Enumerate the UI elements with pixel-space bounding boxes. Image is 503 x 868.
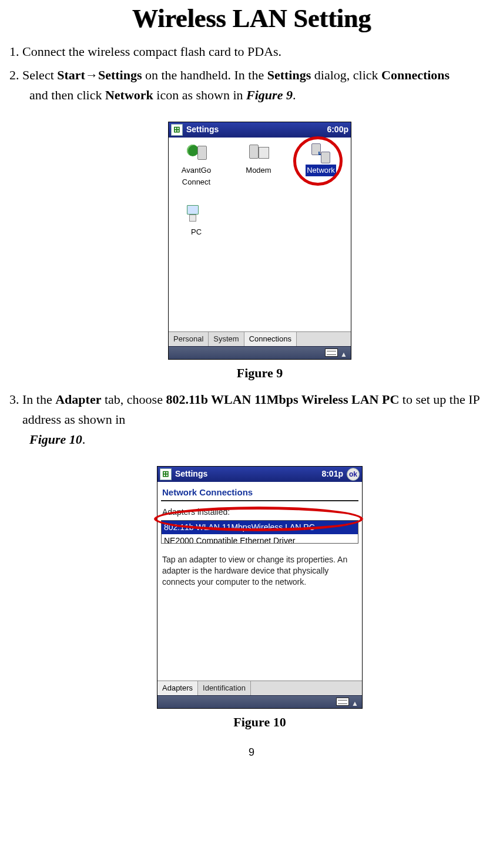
- arrow-icon: →: [85, 68, 98, 82]
- device-footer: ▲: [157, 695, 362, 708]
- titlebar-title: Settings: [175, 468, 207, 481]
- ok-button[interactable]: ok: [347, 468, 360, 481]
- s2-g: and then click: [29, 88, 105, 102]
- titlebar: ⊞ Settings 6:00p: [169, 122, 351, 138]
- up-arrow-icon[interactable]: ▲: [340, 349, 347, 360]
- s2-connections: Connections: [381, 68, 450, 82]
- s2-start: Start: [57, 68, 85, 82]
- s2-network: Network: [105, 88, 153, 102]
- s2-e: dialog, click: [311, 68, 381, 82]
- icon-network[interactable]: Network: [298, 143, 344, 188]
- modem-icon: [247, 143, 270, 163]
- list-item[interactable]: 802.11b WLAN 11MbpsWireless LAN PC: [162, 521, 358, 535]
- s3-c: tab, choose: [101, 392, 166, 407]
- titlebar-title: Settings: [186, 123, 219, 136]
- tab-filler: [297, 332, 351, 346]
- s2-j: .: [293, 88, 296, 102]
- start-icon[interactable]: ⊞: [171, 124, 183, 136]
- keyboard-icon[interactable]: [325, 348, 338, 357]
- s2-figref: Figure 9: [246, 88, 293, 102]
- titlebar-time: 8:01p: [321, 468, 343, 481]
- s3-adapter: Adapter: [55, 392, 101, 407]
- s3-f: .: [82, 432, 86, 447]
- step-3: In the Adapter tab, choose 802.11b WLAN …: [22, 390, 497, 733]
- s2-settings: Settings: [98, 68, 142, 82]
- titlebar: ⊞ Settings 8:01p ok: [157, 467, 362, 482]
- up-arrow-icon[interactable]: ▲: [351, 698, 358, 709]
- icon-modem[interactable]: Modem: [236, 143, 281, 188]
- s3-a: In the: [22, 392, 55, 407]
- tab-identification[interactable]: Identification: [198, 681, 251, 695]
- s2-c: on the handheld. In the: [142, 68, 267, 82]
- figure-10-caption: Figure 10: [22, 712, 497, 732]
- tab-adapters[interactable]: Adapters: [157, 681, 198, 695]
- s3-figref: Figure 10: [29, 432, 82, 447]
- s2-a: Select: [22, 68, 57, 82]
- icon-label: PC: [191, 226, 202, 238]
- icon-avantgo-connect[interactable]: AvantGo Connect: [173, 143, 219, 188]
- device-footer: ▲: [169, 346, 351, 359]
- icon-pc[interactable]: PC: [173, 205, 219, 238]
- page-number: 9: [6, 746, 497, 759]
- screenshot-figure-9: ⊞ Settings 6:00p AvantGo Connect: [168, 122, 351, 360]
- tab-filler: [251, 681, 362, 695]
- network-icon: [309, 143, 333, 163]
- tab-personal[interactable]: Personal: [169, 332, 209, 346]
- screenshot-figure-10: ⊞ Settings 8:01p ok Network Connections …: [157, 466, 363, 709]
- icon-label: AvantGo Connect: [173, 165, 219, 188]
- start-icon[interactable]: ⊞: [160, 468, 172, 480]
- s2-i: icon as shown in: [153, 88, 246, 102]
- step-2: Select Start→Settings on the handheld. I…: [22, 65, 497, 383]
- s2-settings2: Settings: [267, 68, 311, 82]
- divider: [161, 500, 358, 501]
- list-item[interactable]: NE2000 Compatible Ethernet Driver: [162, 534, 358, 543]
- pc-icon: [185, 205, 208, 225]
- instruction-list: Connect the wireless compact flash card …: [6, 42, 497, 732]
- section-heading: Network Connections: [161, 484, 358, 499]
- s3-wlan: 802.11b WLAN 11Mbps Wireless LAN PC: [166, 392, 399, 407]
- tab-system[interactable]: System: [209, 332, 244, 346]
- adapters-label: Adapters installed:: [162, 506, 358, 519]
- avantgo-icon: [185, 143, 208, 163]
- step-1-text: Connect the wireless compact flash card …: [22, 44, 281, 59]
- titlebar-time: 6:00p: [327, 123, 348, 136]
- icon-label: Network: [306, 165, 336, 176]
- bottom-tabs: Adapters Identification: [157, 681, 362, 695]
- keyboard-icon[interactable]: [336, 698, 349, 706]
- tab-connections[interactable]: Connections: [244, 332, 297, 346]
- bottom-tabs: Personal System Connections: [169, 331, 351, 346]
- icon-label: Modem: [246, 165, 271, 176]
- step-1: Connect the wireless compact flash card …: [22, 42, 497, 62]
- help-text: Tap an adapter to view or change its pro…: [161, 554, 358, 588]
- adapters-listbox[interactable]: 802.11b WLAN 11MbpsWireless LAN PC NE200…: [161, 520, 358, 544]
- figure-9-caption: Figure 9: [22, 363, 497, 383]
- page-title: Wireless LAN Setting: [6, 4, 497, 33]
